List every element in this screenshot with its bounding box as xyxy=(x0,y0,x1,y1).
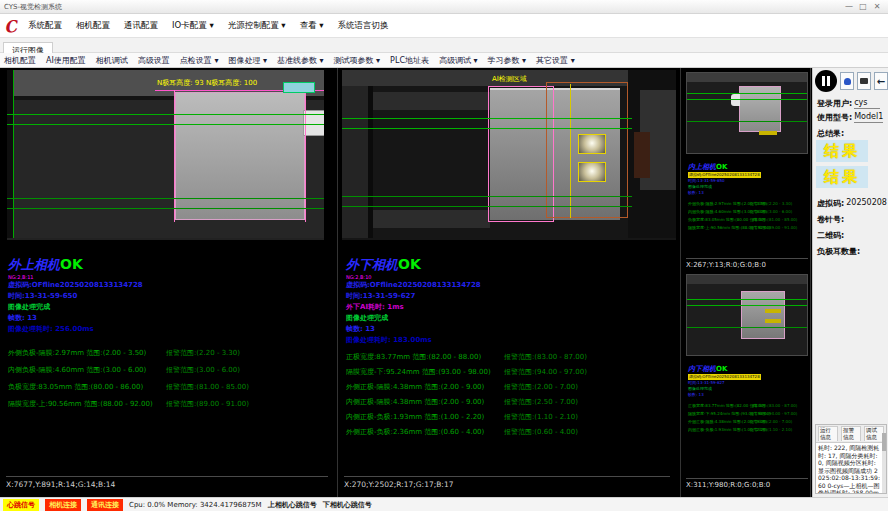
camera-title: 内上相机 xyxy=(688,162,716,171)
camera-title: 内下相机 xyxy=(688,364,716,373)
green-guide-hline-3 xyxy=(687,327,808,328)
toolbar-item[interactable]: 高级设置 xyxy=(138,55,170,66)
measurement-rows: 正极宽度:83.77mm 范围:(82.00 - 88.00) 报警范围:(83… xyxy=(346,350,587,440)
machine-top-band xyxy=(687,73,808,82)
pink-guide-vline-right xyxy=(305,90,306,222)
close-button[interactable]: ✕ xyxy=(870,2,884,11)
qr-row: 二维码: xyxy=(817,230,887,241)
toolbar-item[interactable]: 图像处理 ▾ xyxy=(228,55,267,66)
process-done-line: 图像处理完成 xyxy=(8,302,249,313)
green-guide-vline xyxy=(13,70,14,238)
pixel-coords-readout: X:267;Y:13;R:0;G:0;B:0 xyxy=(686,258,808,269)
tab-strip: 运行图像 xyxy=(0,38,888,53)
connector-tab xyxy=(731,94,740,106)
monitor-button[interactable] xyxy=(857,72,871,90)
camera-thumb-inner-upper[interactable] xyxy=(686,72,808,154)
user-button[interactable] xyxy=(840,72,854,90)
menu-bar: C 系统配置相机配置通讯配置IO卡配置 ▾光源控制配置 ▾查看 ▾系统语言切换 xyxy=(0,14,888,38)
result-ok-label: OK xyxy=(60,256,83,272)
alarm-range: 报警范围:(3.00 - 6.00) xyxy=(166,362,240,379)
info-tab[interactable]: 报警信息 xyxy=(841,426,861,441)
info-tab[interactable]: 运行信息 xyxy=(818,426,838,441)
menu-item[interactable]: 查看 ▾ xyxy=(300,20,324,32)
measurement-row: 外侧负极-隔膜:2.97mm 范围:(2.00 - 3.50) 报警范围:(2.… xyxy=(8,345,249,362)
measurement-value: 外侧正极-隔膜:4.38mm 范围:(2.00 - 9.00) xyxy=(346,380,504,395)
camera-title: 外上相机 xyxy=(8,257,60,272)
toolbar-item[interactable]: PLC地址表 xyxy=(390,55,429,66)
back-button[interactable]: ← xyxy=(874,72,888,90)
green-guide-hline-4 xyxy=(7,208,324,209)
camera-title: 外下相机 xyxy=(346,257,398,272)
toolbar-item[interactable]: AI使用配置 xyxy=(46,55,86,66)
measurement-value: 内侧负极-隔膜:4.60mm 范围:(3.00 - 6.00) xyxy=(8,362,166,379)
heartbeat-status-badge: 心跳信号 xyxy=(3,499,39,511)
measurement-row: 隔膜宽度-下:95.24mm 范围:(93.00 - 98.00) 报警范围:(… xyxy=(688,410,797,418)
pause-button[interactable] xyxy=(815,70,837,92)
measurement-row: 隔膜宽度-上:90.56mm 范围:(88.00 - 92.00) 报警范围:(… xyxy=(8,396,249,413)
detected-tab-glow-1 xyxy=(578,134,606,154)
measurement-value: 隔膜宽度-上:90.56mm 范围:(88.00 - 92.00) xyxy=(8,396,166,413)
menu-item[interactable]: 相机配置 xyxy=(76,20,110,32)
camera-result-text-outer-upper: 外上相机OK NG:2,B:11 虚拟码:OFfline202502081331… xyxy=(8,256,249,413)
menu-item[interactable]: 光源控制配置 ▾ xyxy=(228,20,286,32)
toolbar-items: 相机配置AI使用配置相机调试高级设置点检设置 ▾图像处理 ▾基准线参数 ▾测试项… xyxy=(4,55,575,66)
info-tab[interactable]: 调试信息 xyxy=(864,426,884,441)
comm-connect-badge: 通讯连接 xyxy=(87,499,123,511)
measurement-row: 正极宽度:83.77mm 范围:(82.00 - 88.00) 报警范围:(83… xyxy=(688,402,797,410)
minimize-button[interactable]: — xyxy=(842,2,856,11)
thumb-result-text-inner-upper: 内上相机OK 虚拟码:OFfline20250208133134728 时间:1… xyxy=(688,162,797,232)
measurement-value: 外侧负极-隔膜:2.97mm 范围:(2.00 - 3.50) xyxy=(688,200,750,208)
toolbar-item[interactable]: 点检设置 ▾ xyxy=(180,55,219,66)
alarm-range: 报警范围:(1.10 - 2.10) xyxy=(750,426,792,434)
measurement-row: 隔膜宽度-下:95.24mm 范围:(93.00 - 98.00) 报警范围:(… xyxy=(346,365,587,380)
measurement-row: 外侧正极-隔膜:4.38mm 范围:(2.00 - 9.00) 报警范围:(2.… xyxy=(346,380,587,395)
maximize-button[interactable]: □ xyxy=(856,2,870,11)
camera-image-outer-lower[interactable]: AI检测区域 xyxy=(342,70,676,240)
alarm-range: 报警范围:(81.00 - 85.00) xyxy=(166,379,249,396)
toolbar-item[interactable]: 其它设置 ▾ xyxy=(536,55,575,66)
camera-thumb-inner-lower[interactable] xyxy=(686,274,808,356)
upper-camera-heartbeat: 上相机心跳信号 xyxy=(268,500,317,510)
thumbnail-column: 内上相机OK 虚拟码:OFfline20250208133134728 时间:1… xyxy=(683,68,811,497)
measurement-row: 外侧负极-隔膜:2.97mm 范围:(2.00 - 3.50) 报警范围:(2.… xyxy=(688,200,797,208)
login-user-label: 登录用户: xyxy=(817,98,852,109)
camera-image-outer-upper[interactable]: N极耳高度: 93 N极耳高度: 100 xyxy=(7,70,324,240)
alarm-range: 报警范围:(94.00 - 97.00) xyxy=(750,410,797,418)
measurement-value: 负极宽度:83.05mm 范围:(80.00 - 86.00) xyxy=(688,216,750,224)
time-line: 时间:13-31-59-650 xyxy=(8,291,249,302)
alarm-range: 报警范围:(2.20 - 3.30) xyxy=(166,345,240,362)
toolbar-item[interactable]: 测试项参数 ▾ xyxy=(334,55,381,66)
green-guide-hline-1 xyxy=(687,93,808,94)
alarm-range: 报警范围:(0.60 - 4.00) xyxy=(504,425,578,440)
main-area: N极耳高度: 93 N极耳高度: 100 外上相机OK NG:2,B:11 虚拟… xyxy=(0,68,888,497)
menu-item[interactable]: 系统配置 xyxy=(28,20,62,32)
toolbar-item[interactable]: 学习参数 ▾ xyxy=(488,55,527,66)
menu-item[interactable]: 系统语言切换 xyxy=(338,20,389,32)
alarm-range: 报警范围:(1.10 - 2.10) xyxy=(504,410,578,425)
info-scrollbar[interactable] xyxy=(882,433,886,494)
measurement-value: 隔膜宽度-下:95.24mm 范围:(93.00 - 98.00) xyxy=(346,365,504,380)
app-logo-icon: C xyxy=(3,15,23,35)
measurement-row: 外侧正极-负极:2.36mm 范围:(0.60 - 4.00) 报警范围:(0.… xyxy=(346,425,587,440)
menu-item[interactable]: 通讯配置 xyxy=(124,20,158,32)
toolbar-item[interactable]: 相机配置 xyxy=(4,55,36,66)
measurement-value: 外侧负极-隔膜:2.97mm 范围:(2.00 - 3.50) xyxy=(8,345,166,362)
measurement-value: 外侧正极-负极:2.36mm 范围:(0.60 - 4.00) xyxy=(346,425,504,440)
time-line: 时间:13-31-59-627 xyxy=(346,291,587,302)
menu-items: 系统配置相机配置通讯配置IO卡配置 ▾光源控制配置 ▾查看 ▾系统语言切换 xyxy=(28,20,389,32)
measurement-rows: 外侧负极-隔膜:2.97mm 范围:(2.00 - 3.50) 报警范围:(2.… xyxy=(688,200,797,232)
virtual-code-line: 虚拟码:OFfline20250208133134728 xyxy=(346,280,587,291)
model-value: Model1 xyxy=(854,112,883,123)
virtual-code-row: 虚拟码: 20250208 xyxy=(817,198,887,209)
toolbar-item[interactable]: 高级调试 ▾ xyxy=(439,55,478,66)
virtual-code-label: 虚拟码: xyxy=(817,198,844,209)
menu-item[interactable]: IO卡配置 ▾ xyxy=(172,20,214,32)
measurement-row: 内侧负极-隔膜:4.60mm 范围:(3.00 - 6.00) 报警范围:(3.… xyxy=(8,362,249,379)
tab-height-overlay-label: N极耳高度: 93 N极耳高度: 100 xyxy=(157,78,257,88)
virtual-code-line: 虚拟码:OFfline20250208133134728 xyxy=(8,280,249,291)
process-done-line: 图像处理完成 xyxy=(346,313,587,324)
toolbar-item[interactable]: 相机调试 xyxy=(96,55,128,66)
toolbar-item[interactable]: 基准线参数 ▾ xyxy=(277,55,324,66)
needle-label: 卷针号: xyxy=(817,214,844,225)
scrollbar-thumb[interactable] xyxy=(882,433,886,451)
